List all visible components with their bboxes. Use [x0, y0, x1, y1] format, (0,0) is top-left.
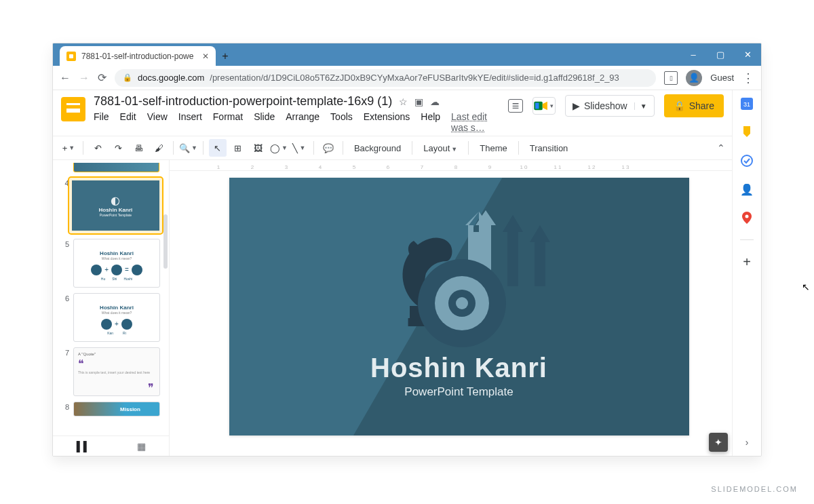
- svg-rect-1: [536, 103, 539, 109]
- url-input[interactable]: 🔒 docs.google.com/presentation/d/1D9CiL0…: [115, 69, 656, 87]
- addons-plus-icon[interactable]: +: [740, 255, 754, 269]
- shape-icon[interactable]: ◯▼: [270, 139, 288, 157]
- slideshow-caret-icon[interactable]: ▼: [634, 102, 647, 110]
- forward-icon[interactable]: →: [79, 72, 90, 84]
- line-icon[interactable]: ╲▼: [290, 139, 308, 157]
- slide-thumbnail-7[interactable]: A "Quote" ❝ This is sample text, insert …: [73, 347, 160, 396]
- move-icon[interactable]: ▣: [414, 96, 423, 107]
- slide-thumbnail-5[interactable]: Hoshin Kanri What does it mean? += HoShi…: [73, 239, 160, 288]
- background-button[interactable]: Background: [349, 143, 406, 153]
- last-edit-status[interactable]: Last edit was s…: [451, 111, 500, 133]
- redo-icon[interactable]: ↷: [109, 139, 127, 157]
- meet-button[interactable]: ▾: [532, 97, 556, 115]
- toolbar: +▼ ↶ ↷ 🖶 🖌 🔍▼ ↖ ⊞ 🖼 ◯▼ ╲▼ 💬 Background: [53, 136, 732, 160]
- side-panel: 31 👤 + ›: [733, 90, 761, 456]
- workspace: 4 ◐ Hoshin Kanri PowerPoint Template 5: [53, 160, 732, 456]
- share-button[interactable]: 🔒 Share: [664, 94, 724, 117]
- url-path: /presentation/d/1D9CiL08o5T6ZzJD0xB9CYyM…: [210, 73, 619, 83]
- slide-canvas[interactable]: Hoshin Kanri PowerPoint Template: [229, 178, 689, 435]
- app-header: 7881-01-self-introduction-powerpoint-tem…: [53, 90, 732, 136]
- watermark: SLIDEMODEL.COM: [711, 485, 798, 493]
- slides-logo-icon[interactable]: [61, 97, 85, 121]
- window-minimize-icon[interactable]: –: [680, 43, 707, 66]
- window-close-icon[interactable]: ✕: [734, 43, 761, 66]
- maps-icon[interactable]: [740, 211, 754, 225]
- tasks-icon[interactable]: [740, 154, 754, 168]
- undo-icon[interactable]: ↶: [89, 139, 106, 157]
- thumb-prev-partial[interactable]: [73, 163, 159, 172]
- window-titlebar: 7881-01-self-introduction-powe ✕ + – ▢ ✕: [53, 43, 761, 66]
- slide-subtitle: PowerPoint Template: [229, 385, 689, 399]
- window-maximize-icon[interactable]: ▢: [707, 43, 734, 66]
- guest-label: Guest: [710, 73, 734, 83]
- menu-slide[interactable]: Slide: [254, 111, 275, 133]
- lock-icon: 🔒: [123, 73, 132, 82]
- comment-icon[interactable]: 💬: [319, 139, 337, 157]
- slide-thumbnail-8[interactable]: Mission: [73, 402, 160, 416]
- slide-panel[interactable]: 4 ◐ Hoshin Kanri PowerPoint Template 5: [53, 160, 170, 456]
- close-tab-icon[interactable]: ✕: [202, 52, 209, 61]
- browser-tab[interactable]: 7881-01-self-introduction-powe ✕: [60, 46, 216, 66]
- print-icon[interactable]: 🖶: [130, 139, 147, 157]
- url-domain: docs.google.com: [138, 73, 204, 83]
- star-icon[interactable]: ☆: [399, 96, 408, 107]
- horizontal-ruler: 12345678910111213: [170, 160, 732, 171]
- menu-insert[interactable]: Insert: [178, 111, 202, 133]
- menu-bar: File Edit View Insert Format Slide Arran…: [94, 111, 500, 133]
- grid-view-icon[interactable]: ▦: [137, 441, 146, 452]
- menu-view[interactable]: View: [147, 111, 168, 133]
- menu-extensions[interactable]: Extensions: [364, 111, 410, 133]
- calendar-icon[interactable]: 31: [740, 97, 754, 111]
- cloud-status-icon[interactable]: ☁: [430, 96, 440, 107]
- collapse-toolbar-icon[interactable]: ⌃: [717, 142, 725, 153]
- theme-button[interactable]: Theme: [474, 143, 512, 153]
- reload-icon[interactable]: ⟳: [98, 71, 106, 84]
- zoom-icon[interactable]: 🔍▼: [179, 139, 197, 157]
- menu-tools[interactable]: Tools: [330, 111, 353, 133]
- transition-button[interactable]: Transition: [524, 143, 574, 153]
- address-bar: ← → ⟳ 🔒 docs.google.com/presentation/d/1…: [53, 66, 761, 90]
- slideshow-button[interactable]: ▶ Slideshow ▼: [565, 95, 655, 117]
- tab-group-icon[interactable]: ▯: [664, 71, 678, 85]
- cursor-icon: ↖: [802, 282, 810, 292]
- thumb-number: 5: [60, 239, 69, 288]
- menu-file[interactable]: File: [94, 111, 109, 133]
- explore-button[interactable]: ✦: [709, 433, 728, 452]
- svg-text:31: 31: [743, 101, 750, 108]
- menu-arrange[interactable]: Arrange: [286, 111, 319, 133]
- keep-icon[interactable]: [740, 125, 754, 139]
- contacts-icon[interactable]: 👤: [740, 182, 754, 196]
- thumb-number: 8: [60, 402, 69, 416]
- select-icon[interactable]: ↖: [209, 139, 227, 157]
- slide-thumbnail-6[interactable]: Hoshin Kanri What does it mean? + KanRi: [73, 293, 160, 342]
- new-tab-button[interactable]: +: [216, 47, 235, 66]
- thumb-number: 4: [60, 178, 69, 233]
- paint-format-icon[interactable]: 🖌: [150, 139, 168, 157]
- svg-point-5: [745, 215, 749, 218]
- browser-menu-icon[interactable]: ⋮: [742, 71, 754, 85]
- doc-title[interactable]: 7881-01-self-introduction-powerpoint-tem…: [94, 94, 392, 109]
- new-slide-button[interactable]: +▼: [60, 139, 77, 157]
- textbox-icon[interactable]: ⊞: [229, 139, 247, 157]
- comments-icon[interactable]: ≡: [508, 99, 523, 113]
- slide-title: Hoshin Kanri: [229, 353, 689, 383]
- filmstrip-footer: ▌▌ ▦: [53, 435, 170, 456]
- canvas[interactable]: 12345678910111213: [170, 160, 732, 456]
- tab-title: 7881-01-self-introduction-powe: [81, 52, 197, 61]
- layout-button[interactable]: Layout▼: [418, 143, 463, 153]
- menu-edit[interactable]: Edit: [120, 111, 136, 133]
- slide-thumbnail-4[interactable]: ◐ Hoshin Kanri PowerPoint Template: [69, 178, 162, 233]
- present-icon: ▶: [573, 100, 580, 111]
- image-icon[interactable]: 🖼: [250, 139, 267, 157]
- menu-help[interactable]: Help: [421, 111, 440, 133]
- filmstrip-view-icon[interactable]: ▌▌: [77, 441, 90, 452]
- hide-panel-icon[interactable]: ›: [740, 435, 754, 449]
- lock-icon: 🔒: [674, 100, 685, 111]
- window-controls: – ▢ ✕: [680, 43, 761, 66]
- svg-point-4: [741, 155, 752, 166]
- profile-avatar[interactable]: 👤: [686, 70, 702, 86]
- back-icon[interactable]: ←: [60, 72, 71, 84]
- scrollbar[interactable]: [163, 214, 168, 269]
- menu-format[interactable]: Format: [213, 111, 243, 133]
- thumb-number: 6: [60, 293, 69, 342]
